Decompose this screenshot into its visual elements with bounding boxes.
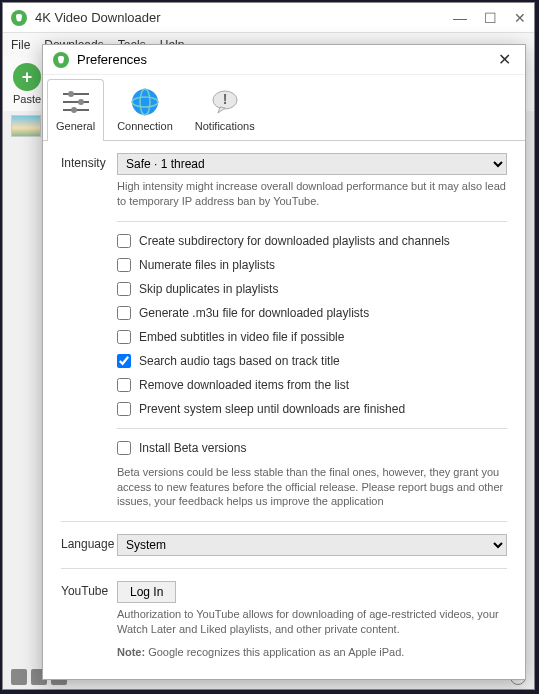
check-embed-subs: Embed subtitles in video file if possibl… <box>117 330 507 344</box>
check-numerate: Numerate files in playlists <box>117 258 507 272</box>
app-icon <box>11 10 27 26</box>
prefs-tabs: General Connection ! Notifications <box>43 75 525 141</box>
intensity-label: Intensity <box>61 153 117 170</box>
separator <box>117 221 507 222</box>
check-beta-label: Install Beta versions <box>139 441 246 455</box>
close-button[interactable]: ✕ <box>514 12 526 24</box>
svg-point-3 <box>59 58 64 63</box>
svg-point-1 <box>17 16 22 21</box>
check-audio-tags-label: Search audio tags based on track title <box>139 354 340 368</box>
video-thumbnail[interactable] <box>11 115 41 137</box>
separator <box>61 521 507 522</box>
menu-file[interactable]: File <box>11 38 30 52</box>
check-embed-subs-box[interactable] <box>117 330 131 344</box>
separator <box>61 568 507 569</box>
check-m3u-box[interactable] <box>117 306 131 320</box>
check-m3u-label: Generate .m3u file for downloaded playli… <box>139 306 369 320</box>
globe-wire-icon <box>127 84 163 120</box>
youtube-hint: Authorization to YouTube allows for down… <box>117 607 507 637</box>
check-numerate-label: Numerate files in playlists <box>139 258 275 272</box>
check-skip-duplicates-box[interactable] <box>117 282 131 296</box>
beta-hint: Beta versions could be less stable than … <box>117 465 507 510</box>
checkbox-group: Create subdirectory for downloaded playl… <box>117 234 507 416</box>
check-skip-duplicates-label: Skip duplicates in playlists <box>139 282 278 296</box>
check-prevent-sleep-label: Prevent system sleep until downloads are… <box>139 402 405 416</box>
separator <box>117 428 507 429</box>
youtube-note: Note: Google recognizes this application… <box>117 645 507 660</box>
login-button[interactable]: Log In <box>117 581 176 603</box>
intensity-row: Intensity Safe · 1 thread High intensity… <box>61 153 507 209</box>
check-remove-downloaded-label: Remove downloaded items from the list <box>139 378 349 392</box>
check-m3u: Generate .m3u file for downloaded playli… <box>117 306 507 320</box>
check-prevent-sleep: Prevent system sleep until downloads are… <box>117 402 507 416</box>
svg-point-5 <box>68 91 74 97</box>
tab-notifications[interactable]: ! Notifications <box>186 79 264 140</box>
facebook-icon[interactable] <box>11 669 27 685</box>
beta-group: Install Beta versions Beta versions coul… <box>117 441 507 510</box>
prefs-close-button[interactable]: ✕ <box>494 50 515 69</box>
svg-point-10 <box>132 89 158 115</box>
check-audio-tags: Search audio tags based on track title <box>117 354 507 368</box>
check-audio-tags-box[interactable] <box>117 354 131 368</box>
svg-point-9 <box>71 107 77 113</box>
paste-button[interactable]: + Paste <box>9 61 45 107</box>
intensity-hint: High intensity might increase overall do… <box>117 179 507 209</box>
check-embed-subs-label: Embed subtitles in video file if possibl… <box>139 330 344 344</box>
youtube-row: YouTube Log In Authorization to YouTube … <box>61 581 507 660</box>
note-text: Google recognizes this application as an… <box>145 646 404 658</box>
check-beta: Install Beta versions <box>117 441 507 455</box>
prefs-title: Preferences <box>77 52 494 67</box>
prefs-titlebar: Preferences ✕ <box>43 45 525 75</box>
maximize-button[interactable]: ☐ <box>484 12 496 24</box>
tab-connection-label: Connection <box>117 120 173 132</box>
speech-bubble-icon: ! <box>207 84 243 120</box>
tab-general[interactable]: General <box>47 79 104 140</box>
language-row: Language System <box>61 534 507 556</box>
tab-notifications-label: Notifications <box>195 120 255 132</box>
window-title: 4K Video Downloader <box>35 10 454 25</box>
titlebar: 4K Video Downloader — ☐ ✕ <box>3 3 534 33</box>
svg-text:!: ! <box>222 91 227 107</box>
check-skip-duplicates: Skip duplicates in playlists <box>117 282 507 296</box>
svg-point-7 <box>78 99 84 105</box>
sliders-icon <box>58 84 94 120</box>
check-beta-box[interactable] <box>117 441 131 455</box>
paste-label: Paste <box>13 93 41 105</box>
youtube-label: YouTube <box>61 581 117 598</box>
minimize-button[interactable]: — <box>454 12 466 24</box>
check-subdirectory: Create subdirectory for downloaded playl… <box>117 234 507 248</box>
tab-connection[interactable]: Connection <box>108 79 182 140</box>
check-prevent-sleep-box[interactable] <box>117 402 131 416</box>
intensity-select[interactable]: Safe · 1 thread <box>117 153 507 175</box>
prefs-app-icon <box>53 52 69 68</box>
tab-general-label: General <box>56 120 95 132</box>
check-subdirectory-label: Create subdirectory for downloaded playl… <box>139 234 450 248</box>
check-remove-downloaded-box[interactable] <box>117 378 131 392</box>
check-numerate-box[interactable] <box>117 258 131 272</box>
check-subdirectory-box[interactable] <box>117 234 131 248</box>
note-prefix: Note: <box>117 646 145 658</box>
language-label: Language <box>61 534 117 551</box>
window-controls: — ☐ ✕ <box>454 12 526 24</box>
prefs-body: Intensity Safe · 1 thread High intensity… <box>43 141 525 679</box>
language-select[interactable]: System <box>117 534 507 556</box>
check-remove-downloaded: Remove downloaded items from the list <box>117 378 507 392</box>
plus-icon: + <box>13 63 41 91</box>
preferences-dialog: Preferences ✕ General Connection ! Notif… <box>42 44 526 680</box>
